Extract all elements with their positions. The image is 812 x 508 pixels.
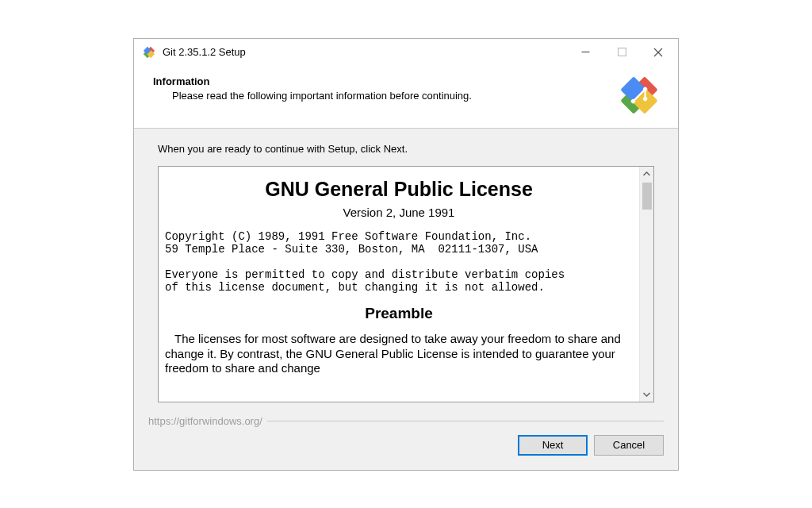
instruction-text: When you are ready to continue with Setu… xyxy=(158,143,654,155)
page-title: Information xyxy=(153,75,618,87)
scroll-thumb[interactable] xyxy=(642,183,652,210)
license-heading: GNU General Public License xyxy=(165,178,633,201)
minimize-button[interactable] xyxy=(567,40,603,65)
svg-rect-5 xyxy=(618,48,626,56)
license-copyright: Copyright (C) 1989, 1991 Free Software F… xyxy=(165,230,633,294)
scrollbar[interactable] xyxy=(639,167,653,402)
footer-url[interactable]: https://gitforwindows.org/ xyxy=(148,415,267,427)
git-icon xyxy=(142,45,156,60)
next-button[interactable]: Next xyxy=(518,435,588,456)
body: When you are ready to continue with Setu… xyxy=(134,129,678,410)
window-title: Git 2.35.1.2 Setup xyxy=(163,46,567,58)
license-box: GNU General Public License Version 2, Ju… xyxy=(158,166,654,402)
cancel-button[interactable]: Cancel xyxy=(594,435,664,456)
titlebar: Git 2.35.1.2 Setup xyxy=(134,39,678,66)
license-preamble-body: The licenses for most software are desig… xyxy=(165,332,633,376)
license-preamble-heading: Preamble xyxy=(165,305,633,322)
footer: https://gitforwindows.org/ Next Cancel xyxy=(134,410,678,470)
window-controls xyxy=(567,40,676,65)
header: Information Please read the following im… xyxy=(134,66,678,129)
license-version: Version 2, June 1991 xyxy=(165,206,633,219)
close-button[interactable] xyxy=(640,40,676,65)
scroll-down-icon[interactable] xyxy=(640,387,653,402)
scroll-up-icon[interactable] xyxy=(640,167,653,181)
page-subtitle: Please read the following important info… xyxy=(153,90,618,102)
setup-window: Git 2.35.1.2 Setup Information Please re… xyxy=(133,38,679,471)
git-logo-icon xyxy=(618,74,661,117)
license-content[interactable]: GNU General Public License Version 2, Ju… xyxy=(159,167,639,402)
divider xyxy=(267,421,664,421)
maximize-button[interactable] xyxy=(603,40,640,65)
